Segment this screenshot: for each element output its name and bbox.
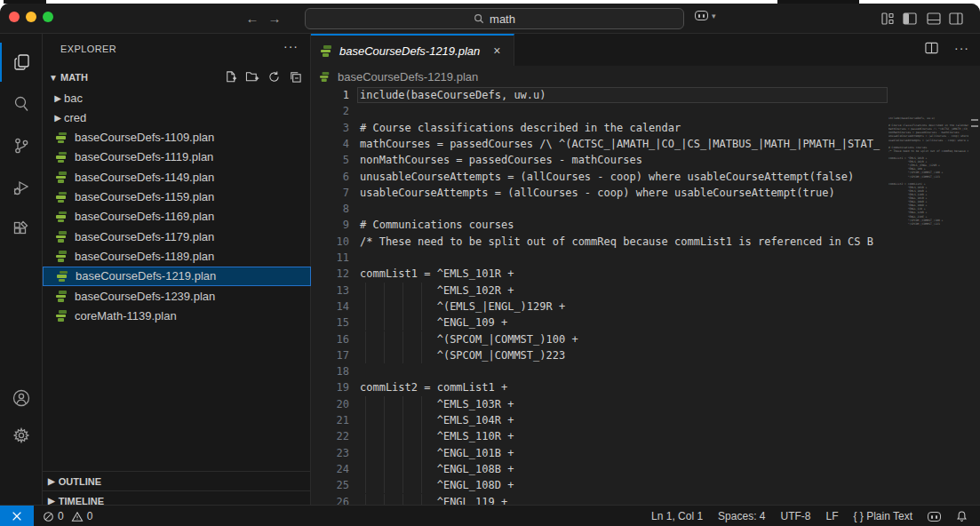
explorer-header: EXPLORER ···	[43, 34, 311, 65]
code-area[interactable]: 1include(baseCourseDefs, uw.u)23# Course…	[311, 87, 888, 508]
line-number: 7	[311, 185, 349, 201]
tree-item-label: baseCourseDefs-1119.plan	[75, 150, 213, 163]
code-line-1[interactable]: 1include(baseCourseDefs, uw.u)	[311, 87, 888, 103]
close-tab-icon[interactable]: ×	[489, 44, 505, 58]
tree-file-baseCourseDefs-1149.plan[interactable]: baseCourseDefs-1149.plan	[43, 167, 311, 187]
navigate-forward-icon[interactable]: →	[266, 10, 283, 28]
tree-file-baseCourseDefs-1119.plan[interactable]: baseCourseDefs-1119.plan	[43, 147, 311, 167]
code-line-16[interactable]: 16 ^(SPCOM_|COMMST_)100 +	[311, 331, 888, 347]
sidebar-item-search[interactable]	[0, 84, 43, 124]
sidebar-item-source-control[interactable]	[0, 126, 43, 165]
sidebar-item-settings[interactable]	[0, 416, 43, 455]
sidebar-item-accounts[interactable]	[0, 379, 43, 418]
explorer-section-math[interactable]: ▼ MATH	[43, 68, 311, 87]
sidebar-item-explorer[interactable]	[0, 43, 43, 82]
code-line-11[interactable]: 11	[311, 250, 888, 266]
tree-file-baseCourseDefs-1219.plan[interactable]: baseCourseDefs-1219.plan	[43, 267, 311, 286]
tree-file-baseCourseDefs-1169.plan[interactable]: baseCourseDefs-1169.plan	[43, 207, 311, 227]
code-line-5[interactable]: 5nonMathCourses = passedCourses - mathCo…	[311, 152, 888, 168]
problems-status[interactable]: 0 0	[43, 506, 92, 526]
code-line-9[interactable]: 9# Communications courses	[311, 217, 888, 233]
tree-item-label: baseCourseDefs-1219.plan	[76, 269, 216, 283]
new-file-icon[interactable]	[224, 70, 237, 84]
new-folder-icon[interactable]	[245, 70, 259, 84]
tree-item-label: baseCourseDefs-1149.plan	[75, 171, 214, 184]
screen: ← → math ▾	[0, 0, 980, 526]
minimap[interactable]: include(baseCourseDefs, uw.u) # Course c…	[888, 87, 968, 508]
bell-icon[interactable]	[956, 510, 968, 522]
language-mode-status[interactable]: { } Plain Text	[854, 510, 913, 522]
eol-status[interactable]: LF	[825, 510, 838, 522]
command-center-search[interactable]: math	[305, 8, 684, 29]
remote-indicator[interactable]	[0, 506, 34, 526]
code-line-17[interactable]: 17 ^(SPCOM_|COMMST_)223	[311, 347, 888, 363]
tree-file-coreMath-1139.plan[interactable]: coreMath-1139.plan	[43, 306, 311, 325]
status-right: Ln 1, Col 1 Spaces: 4 UTF-8 LF { } Plain…	[651, 506, 968, 526]
tree-folder-bac[interactable]: ▶bac	[43, 88, 311, 108]
tree-file-baseCourseDefs-1239.plan[interactable]: baseCourseDefs-1239.plan	[43, 286, 311, 306]
code-line-3[interactable]: 3# Course classifications described in t…	[311, 120, 888, 136]
code-line-8[interactable]: 8	[311, 201, 888, 217]
code-line-19[interactable]: 19commList2 = commList1 +	[311, 379, 888, 395]
sidebar-item-run-debug[interactable]	[0, 168, 43, 207]
customize-layout-icon[interactable]	[880, 12, 895, 25]
code-line-7[interactable]: 7usableCourseAttempts = (allCourses - co…	[311, 185, 888, 201]
tree-file-baseCourseDefs-1159.plan[interactable]: baseCourseDefs-1159.plan	[43, 187, 311, 207]
code-line-20[interactable]: 20 ^EMLS_103R +	[311, 396, 888, 412]
cursor-position-status[interactable]: Ln 1, Col 1	[651, 510, 703, 522]
toggle-primary-sidebar-icon[interactable]	[903, 12, 917, 25]
section-outline[interactable]: ▶ OUTLINE	[43, 471, 311, 490]
close-window-button[interactable]	[9, 12, 20, 22]
navigate-back-icon[interactable]: ←	[243, 10, 261, 28]
tab-baseCourseDefs-1219[interactable]: baseCourseDefs-1219.plan ×	[311, 34, 514, 66]
code-line-22[interactable]: 22 ^EMLS_110R +	[311, 428, 888, 444]
line-number: 11	[311, 250, 349, 266]
explorer-sidebar: EXPLORER ··· ▼ MATH ▶bac▶credbaseCourseD…	[43, 34, 311, 505]
code-line-24[interactable]: 24 ^ENGL_108B +	[311, 461, 888, 477]
line-text: # Course classifications described in th…	[360, 120, 681, 136]
tree-file-baseCourseDefs-1189.plan[interactable]: baseCourseDefs-1189.plan	[43, 246, 311, 266]
copilot-menu[interactable]: ▾	[695, 11, 716, 20]
collapse-folders-icon[interactable]	[289, 70, 302, 84]
line-number: 25	[311, 477, 349, 493]
breadcrumb[interactable]: baseCourseDefs-1219.plan	[311, 66, 980, 87]
copilot-icon	[695, 11, 708, 20]
editor-scrollbar[interactable]	[968, 87, 980, 508]
minimize-window-button[interactable]	[26, 12, 36, 22]
code-line-23[interactable]: 23 ^ENGL_101B +	[311, 445, 888, 461]
editor-more-actions-icon[interactable]: ···	[954, 41, 969, 55]
code-line-4[interactable]: 4mathCourses = passedCourses /\ ^(ACTSC_…	[311, 136, 888, 152]
split-editor-icon[interactable]	[925, 42, 938, 54]
line-text: ^ENGL_101B +	[360, 445, 514, 461]
search-value: math	[490, 12, 515, 26]
code-line-10[interactable]: 10/* These need to be split out of commR…	[311, 234, 888, 250]
code-line-6[interactable]: 6unusableCourseAttempts = (allCourses - …	[311, 169, 888, 185]
plan-file-icon	[55, 308, 69, 323]
indentation-status[interactable]: Spaces: 4	[718, 510, 765, 522]
copilot-icon[interactable]	[928, 512, 941, 522]
toggle-secondary-sidebar-icon[interactable]	[949, 12, 963, 25]
remote-icon	[11, 510, 23, 522]
line-number: 1	[311, 87, 349, 103]
sidebar-item-extensions[interactable]	[0, 210, 43, 249]
code-line-18[interactable]: 18	[311, 363, 888, 379]
code-line-2[interactable]: 2	[311, 103, 888, 119]
tree-file-baseCourseDefs-1179.plan[interactable]: baseCourseDefs-1179.plan	[43, 227, 311, 246]
code-line-21[interactable]: 21 ^EMLS_104R +	[311, 412, 888, 428]
code-line-15[interactable]: 15 ^ENGL_109 +	[311, 315, 888, 331]
toggle-panel-icon[interactable]	[927, 12, 941, 25]
refresh-explorer-icon[interactable]	[267, 70, 281, 84]
code-line-13[interactable]: 13 ^EMLS_102R +	[311, 283, 888, 299]
line-text: ^EMLS_104R +	[360, 412, 514, 428]
code-line-12[interactable]: 12commList1 = ^EMLS_101R +	[311, 266, 888, 282]
code-line-25[interactable]: 25 ^ENGL_108D +	[311, 477, 888, 493]
code-line-14[interactable]: 14 ^(EMLS_|ENGL_)129R +	[311, 299, 888, 315]
tree-item-label: baseCourseDefs-1109.plan	[75, 131, 214, 144]
line-number: 8	[311, 201, 349, 217]
encoding-status[interactable]: UTF-8	[780, 510, 810, 522]
tree-file-baseCourseDefs-1109.plan[interactable]: baseCourseDefs-1109.plan	[43, 128, 311, 147]
zoom-window-button[interactable]	[43, 12, 53, 22]
explorer-more-actions-icon[interactable]: ···	[283, 39, 299, 53]
overview-ruler-mark	[971, 119, 978, 121]
tree-folder-cred[interactable]: ▶cred	[43, 108, 311, 127]
